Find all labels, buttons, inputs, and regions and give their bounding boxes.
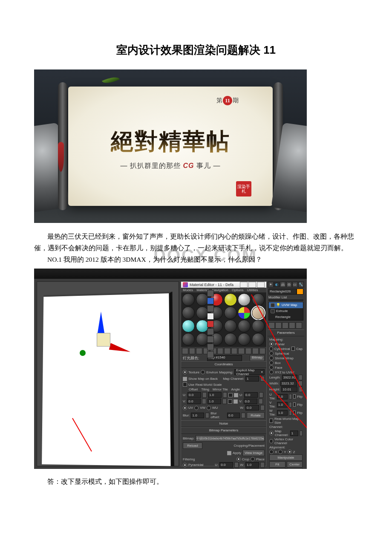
command-panel-tabs[interactable]: ✦ ◐ 品 ◎ ▭ 🔧 xyxy=(268,281,304,288)
command-panel[interactable]: ✦ ◐ 品 ◎ ▭ 🔧 Rectangle026 Modifier List 💡… xyxy=(268,281,304,466)
height-field[interactable]: 10.01 xyxy=(281,387,297,392)
close-button[interactable] xyxy=(257,282,265,288)
select-by-material-button[interactable] xyxy=(207,344,214,350)
radio-texture[interactable] xyxy=(183,370,187,374)
radio-planar[interactable] xyxy=(269,342,274,346)
material-swatch[interactable] xyxy=(182,306,195,319)
toolbar-button[interactable] xyxy=(245,348,252,354)
menu-options[interactable]: Options xyxy=(232,288,244,292)
u-tile-check[interactable] xyxy=(234,393,238,397)
tab-modify[interactable]: ◐ xyxy=(274,282,280,287)
toolbar-button[interactable] xyxy=(252,348,259,354)
v-angle-field[interactable]: 0.0 xyxy=(244,399,257,404)
toolbar-button[interactable] xyxy=(217,348,224,354)
stack-item-uvwmap[interactable]: 💡UVW Map xyxy=(269,302,303,308)
radio-vertex-color[interactable] xyxy=(269,439,273,443)
toolbar-button[interactable] xyxy=(189,348,196,354)
cap-check[interactable] xyxy=(291,347,295,351)
vflip-check[interactable] xyxy=(293,402,296,407)
sample-type-button[interactable] xyxy=(207,290,214,297)
spinner[interactable] xyxy=(260,405,265,410)
toolbar-button[interactable] xyxy=(224,348,231,354)
maximize-button[interactable] xyxy=(248,282,256,288)
check-real-world[interactable] xyxy=(183,382,187,387)
spinner[interactable] xyxy=(222,399,227,404)
material-side-toolbar[interactable] xyxy=(207,290,213,358)
radio-face[interactable] xyxy=(269,365,274,370)
video-check-button[interactable] xyxy=(207,321,214,327)
toolbar-button[interactable] xyxy=(182,348,188,354)
map-type-button[interactable]: Bitmap xyxy=(250,355,265,361)
v-offset-field[interactable]: 0.0 xyxy=(187,399,201,404)
v-tile-check[interactable] xyxy=(233,399,238,404)
radio-cylindrical[interactable] xyxy=(269,347,273,351)
material-swatch[interactable] xyxy=(182,333,195,346)
blur-field[interactable]: 1.0 xyxy=(191,413,204,418)
v-tiling-field[interactable]: 1.0 xyxy=(208,399,221,404)
material-swatch[interactable] xyxy=(224,333,237,346)
radio-uv[interactable] xyxy=(183,406,187,410)
u-mirror-check[interactable] xyxy=(228,393,233,397)
spinner[interactable] xyxy=(289,394,291,399)
map-channel-field[interactable]: 1 xyxy=(290,431,298,436)
rollout-header[interactable]: Noise xyxy=(181,421,266,427)
radio-y[interactable] xyxy=(278,450,282,454)
rollout-header[interactable]: Coordinates xyxy=(181,361,266,368)
manipulate-button[interactable]: Manipulate xyxy=(269,454,303,461)
toolbar-button[interactable] xyxy=(238,348,245,354)
tab-hierarchy[interactable]: 品 xyxy=(280,282,285,287)
radio-shrinkwrap[interactable] xyxy=(269,356,274,360)
viewport[interactable] xyxy=(37,281,179,466)
h-crop-field[interactable]: 1.0 xyxy=(245,468,259,469)
map-channel-field[interactable]: 1 xyxy=(245,376,259,382)
radio-map-channel[interactable] xyxy=(269,431,274,435)
view-image-button[interactable]: View Image xyxy=(242,450,265,456)
check-show-map[interactable] xyxy=(183,377,187,381)
radio-xyz[interactable] xyxy=(269,370,274,374)
spinner[interactable] xyxy=(299,375,303,380)
toolbar-button[interactable] xyxy=(231,348,238,354)
u-offset-field[interactable]: 0.0 xyxy=(187,392,201,398)
configure-sets-button[interactable] xyxy=(296,322,302,329)
bitmap-path-button[interactable]: 十\设b5b31bbebc4b7459b7aa7b5cffc1e178b8215… xyxy=(196,435,265,442)
tab-utilities[interactable]: 🔧 xyxy=(298,282,304,287)
radio-pyramidal[interactable] xyxy=(183,463,187,467)
uflip-check[interactable] xyxy=(293,394,296,399)
material-swatch[interactable] xyxy=(238,293,251,306)
stack-toggle-icon[interactable] xyxy=(271,303,275,307)
v-mirror-check[interactable] xyxy=(228,399,232,404)
tab-create[interactable]: ✦ xyxy=(268,282,274,287)
spinner[interactable] xyxy=(260,468,265,469)
tab-display[interactable]: ▭ xyxy=(292,282,298,287)
apply-check[interactable] xyxy=(227,451,231,455)
material-map-navigator-button[interactable] xyxy=(207,351,214,358)
remove-modifier-button[interactable] xyxy=(289,322,295,329)
radio-x[interactable] xyxy=(269,450,274,454)
radio-z[interactable] xyxy=(288,450,292,454)
radio-spherical[interactable] xyxy=(269,351,274,356)
radio-vw[interactable] xyxy=(194,406,199,410)
go-parent-button[interactable] xyxy=(201,356,205,360)
material-toolbar[interactable] xyxy=(181,347,266,355)
material-editor-titlebar[interactable]: Material Editor - 11 - Defa xyxy=(181,282,266,288)
spinner[interactable] xyxy=(289,402,291,408)
material-swatch[interactable] xyxy=(238,306,251,319)
spinner[interactable] xyxy=(259,399,263,404)
spinner[interactable] xyxy=(260,462,265,468)
bitmap-fit-button[interactable]: Bitmap Fit xyxy=(269,468,285,469)
object-color-swatch[interactable] xyxy=(297,289,303,295)
options-button[interactable] xyxy=(207,336,214,343)
material-swatch[interactable] xyxy=(238,320,251,332)
radio-crop[interactable] xyxy=(236,457,241,461)
material-swatch[interactable] xyxy=(224,320,237,332)
w-angle-field[interactable]: 0.0 xyxy=(245,405,259,410)
spinner[interactable] xyxy=(202,399,206,404)
menu-utilities[interactable]: Utilities xyxy=(247,288,258,292)
stack-item-extrude[interactable]: Extrude xyxy=(269,308,303,314)
material-editor-window[interactable]: Material Editor - 11 - Defa Modes Materi… xyxy=(181,281,267,466)
spinner[interactable] xyxy=(300,431,303,436)
blur-offset-field[interactable]: 0.0 xyxy=(227,413,240,418)
u-crop-field[interactable]: 0.0 xyxy=(219,462,233,468)
center-button[interactable]: Center xyxy=(287,461,303,468)
u-angle-field[interactable]: 0.0 xyxy=(244,392,258,398)
